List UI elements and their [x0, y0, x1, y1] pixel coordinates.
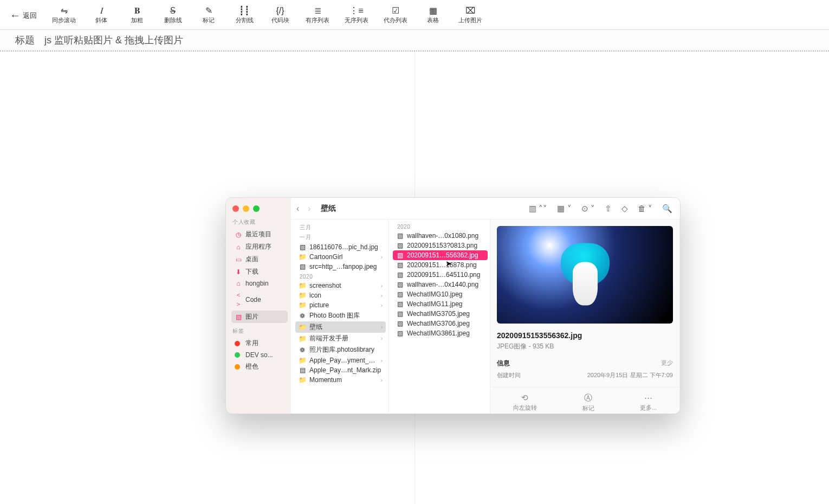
list-item[interactable]: ▧WechatIMG3705.jpeg: [393, 309, 488, 319]
title-input[interactable]: js 监听粘贴图片 & 拖拽上传图片: [44, 34, 183, 47]
tag-item-DEV so...[interactable]: DEV so...: [231, 350, 288, 360]
sidebar-item-最近项目[interactable]: ◷最近项目: [231, 228, 288, 241]
toolbar-加粗[interactable]: 𝐁加粗: [127, 7, 147, 24]
sidebar-item-label: hongbin: [245, 280, 269, 287]
list-item-label: WechatIMG3706.jpeg: [407, 320, 470, 327]
back-label: 返回: [23, 11, 37, 21]
list-item[interactable]: ❁照片图库.photoslibrary: [295, 344, 386, 356]
list-item[interactable]: 📁壁纸›: [295, 321, 386, 333]
list-item[interactable]: 📁Apple_Pay…yment_Mark›: [295, 356, 386, 365]
list-item[interactable]: 📁picture›: [295, 300, 386, 310]
list-item[interactable]: ▧WechatIMG10.jpeg: [393, 289, 488, 299]
nav-back-button[interactable]: ‹: [296, 204, 299, 214]
back-button[interactable]: ← 返回: [10, 9, 37, 22]
file-icon: ▧: [396, 290, 404, 298]
list-item-label: wallhaven-…0x1080.png: [407, 232, 478, 240]
list-item[interactable]: 📁Momentum›: [295, 375, 386, 385]
sidebar-icon: ＜＞: [235, 290, 242, 309]
sidebar-item-图片[interactable]: ▧图片: [231, 311, 288, 323]
sidebar-icon: ⬇: [235, 268, 242, 276]
minimize-window-button[interactable]: [243, 205, 249, 212]
preview-action-更多...[interactable]: ⋯更多...: [640, 393, 657, 412]
close-window-button[interactable]: [232, 205, 239, 212]
toolbar-表格[interactable]: ▦表格: [423, 7, 443, 24]
toolbar-无序列表[interactable]: ⋮≡无序列表: [345, 7, 368, 24]
list-item-label: Photo Booth 图库: [309, 311, 360, 320]
toolbar-icon: ⋮≡: [349, 7, 363, 15]
list-item[interactable]: ▧20200915153?0813.png: [393, 241, 488, 250]
file-icon: ▧: [299, 243, 306, 251]
share-button[interactable]: ⇧: [603, 204, 614, 214]
sidebar-item-应用程序[interactable]: ⌂应用程序: [231, 241, 288, 253]
toolbar-标记[interactable]: ✎标记: [198, 7, 219, 24]
sidebar-icon: ◷: [235, 231, 242, 238]
toolbar-代办列表[interactable]: ☑代办列表: [384, 7, 407, 24]
folder-icon: 📁: [299, 282, 306, 289]
list-item[interactable]: ▧src=http_…fanpop.jpeg: [295, 262, 386, 272]
fullscreen-window-button[interactable]: [253, 205, 260, 212]
toolbar-icon: 𝐼: [100, 7, 103, 15]
file-icon: ▧: [396, 300, 404, 308]
toolbar-同步滚动[interactable]: ⇋同步滚动: [52, 7, 76, 24]
list-item-label: 186116076…pic_hd.jpg: [309, 243, 378, 251]
toolbar-代码块[interactable]: {/}代码块: [270, 7, 290, 24]
title-row: 标题 js 监听粘贴图片 & 拖拽上传图片: [0, 30, 829, 51]
toolbar-删除线[interactable]: S̶删除线: [163, 7, 183, 24]
toolbar-label: 无序列表: [345, 16, 368, 24]
sidebar-item-label: 应用程序: [245, 242, 271, 251]
info-less-toggle[interactable]: 更少: [661, 359, 673, 368]
toolbar-上传图片[interactable]: ⌧上传图片: [458, 7, 482, 24]
search-button[interactable]: 🔍: [660, 204, 675, 214]
list-item-label: WechatIMG11.jpeg: [407, 300, 463, 308]
toolbar-有序列表[interactable]: ≣有序列表: [306, 7, 329, 24]
list-item[interactable]: ▧WechatIMG11.jpeg: [393, 299, 488, 309]
sidebar-item-Code[interactable]: ＜＞Code: [231, 289, 288, 311]
preview-action-标记[interactable]: Ⓐ标记: [582, 393, 594, 412]
tag-item-常用[interactable]: 常用: [231, 337, 288, 350]
view-mode-button[interactable]: ▥ ˄˅: [527, 204, 549, 214]
preview-action-向左旋转[interactable]: ⟲向左旋转: [513, 393, 537, 412]
list-item[interactable]: ▧WechatIMG3861.jpeg: [393, 328, 488, 338]
list-item[interactable]: ▧202009151…556362.jpg: [393, 250, 488, 260]
list-item[interactable]: ▧WechatIMG3706.jpeg: [393, 319, 488, 328]
file-icon: ▧: [396, 281, 404, 288]
group-by-button[interactable]: ▦ ˅: [555, 204, 573, 214]
list-item-label: 壁纸: [309, 322, 322, 332]
list-item[interactable]: ▤Apple_Pay…nt_Mark.zip: [295, 365, 386, 375]
list-item[interactable]: 📁screenshot›: [295, 281, 386, 290]
folder-icon: 📁: [299, 376, 306, 384]
sidebar-icon: ▧: [235, 313, 242, 321]
list-item[interactable]: ❁Photo Booth 图库: [295, 310, 386, 321]
sidebar-item-label: 图片: [245, 312, 258, 321]
tag-item-橙色[interactable]: 橙色: [231, 360, 288, 373]
toolbar-icon: ≣: [314, 7, 321, 15]
finder-window: 个人收藏 ◷最近项目⌂应用程序▭桌面⬇下载⌂hongbin＜＞Code▧图片 标…: [225, 197, 681, 414]
toolbar-斜体[interactable]: 𝐼斜体: [91, 7, 112, 24]
preview-meta: JPEG图像 - 935 KB: [497, 342, 673, 351]
trash-button[interactable]: 🗑 ˅: [636, 204, 655, 214]
sidebar-item-下载[interactable]: ⬇下载: [231, 266, 288, 278]
sidebar-item-label: Code: [245, 296, 261, 303]
list-item[interactable]: ▧wallhaven-…0x1080.png: [393, 231, 488, 241]
sidebar-item-桌面[interactable]: ▭桌面: [231, 253, 288, 266]
toolbar-icon: ▦: [429, 7, 437, 15]
finder-main: ‹ › 壁纸 ▥ ˄˅ ▦ ˅ ⊙ ˅ ⇧ ◇ 🗑 ˅ 🔍 三月一月▧18611…: [291, 198, 680, 413]
list-item[interactable]: ▧186116076…pic_hd.jpg: [295, 242, 386, 252]
toolbar-分割线[interactable]: ┋┋分割线: [234, 7, 255, 24]
list-item[interactable]: ▧202009151…16878.png: [393, 260, 488, 270]
list-item[interactable]: ▧202009151…645110.png: [393, 270, 488, 280]
toolbar-label: 删除线: [164, 16, 182, 24]
toolbar-icon: ☑: [392, 7, 399, 15]
tag-button[interactable]: ◇: [619, 204, 630, 214]
list-item[interactable]: 📁icon›: [295, 290, 386, 300]
actions-menu-button[interactable]: ⊙ ˅: [579, 204, 597, 214]
toolbar-label: 上传图片: [458, 16, 482, 24]
sidebar-item-hongbin[interactable]: ⌂hongbin: [231, 278, 288, 289]
list-item[interactable]: 📁前端开发手册›: [295, 333, 386, 344]
nav-forward-button[interactable]: ›: [308, 204, 310, 214]
list-item[interactable]: ▧wallhaven-…0x1440.png: [393, 280, 488, 289]
toolbar-label: 代办列表: [384, 16, 407, 24]
list-item[interactable]: 📁CartoonGirl›: [295, 252, 386, 262]
chevron-right-icon: ›: [381, 302, 383, 308]
chevron-right-icon: ›: [381, 324, 383, 330]
